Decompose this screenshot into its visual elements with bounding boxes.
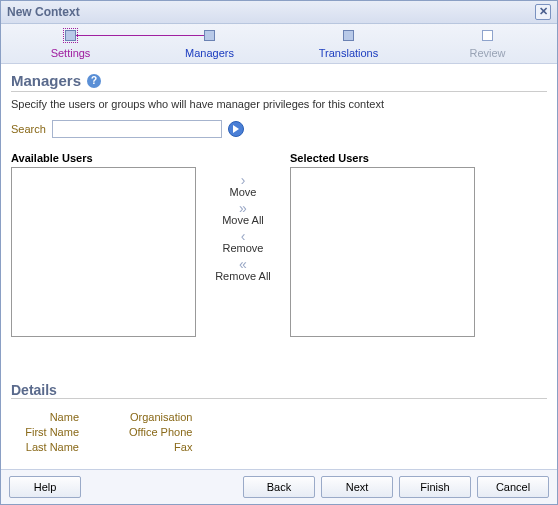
close-icon[interactable]: ✕ [535,4,551,20]
page-title: Managers [11,72,81,89]
content: Managers ? Specify the users or groups w… [1,64,557,469]
divider [11,398,547,399]
detail-fax-label: Fax [129,441,192,453]
step-icon [204,30,215,41]
spacer [87,476,237,498]
step-connector [68,35,213,36]
detail-firstname-label: First Name [17,426,79,438]
page-title-row: Managers ? [11,72,547,89]
remove-all-button[interactable]: « Remove All [215,258,271,282]
play-icon [232,125,240,133]
help-button[interactable]: Help [9,476,81,498]
step-icon [343,30,354,41]
move-all-button[interactable]: » Move All [222,202,264,226]
step-label: Settings [1,47,140,59]
search-row: Search [11,120,547,138]
available-users-list[interactable] [11,167,196,337]
chevron-right-icon: › [241,174,246,186]
back-button[interactable]: Back [243,476,315,498]
page-description: Specify the users or groups who will hav… [11,98,547,110]
selected-column: Selected Users [290,152,475,337]
details-grid: Name First Name Last Name Organisation O… [11,405,547,461]
chevron-left-icon: ‹ [241,230,246,242]
move-button[interactable]: › Move [230,174,257,198]
user-picker: Available Users › Move » Move All ‹ Remo… [11,152,547,337]
divider [11,91,547,92]
help-icon[interactable]: ? [87,74,101,88]
step-icon [65,30,76,41]
search-label: Search [11,123,46,135]
dialog-title: New Context [7,5,80,19]
remove-button[interactable]: ‹ Remove [223,230,264,254]
detail-org-label: Organisation [129,411,192,423]
double-chevron-right-icon: » [239,202,247,214]
svg-marker-0 [233,125,239,133]
shuttle-controls: › Move » Move All ‹ Remove « Remove All [204,152,282,282]
step-label: Managers [140,47,279,59]
finish-button[interactable]: Finish [399,476,471,498]
details-left-col: Name First Name Last Name [17,411,79,453]
titlebar: New Context ✕ [1,1,557,24]
next-button[interactable]: Next [321,476,393,498]
cancel-button[interactable]: Cancel [477,476,549,498]
footer: Help Back Next Finish Cancel [1,469,557,504]
step-review: Review [418,30,557,59]
search-input[interactable] [52,120,222,138]
selected-users-list[interactable] [290,167,475,337]
details-right-col: Organisation Office Phone Fax [129,411,192,453]
step-label: Review [418,47,557,59]
move-label: Move [230,186,257,198]
wizard-steps: Settings Managers Translations Review [1,24,557,64]
detail-phone-label: Office Phone [129,426,192,438]
move-all-label: Move All [222,214,264,226]
remove-label: Remove [223,242,264,254]
step-label: Translations [279,47,418,59]
detail-lastname-label: Last Name [17,441,79,453]
step-icon [482,30,493,41]
dialog: New Context ✕ Settings Managers Translat… [0,0,558,505]
search-go-button[interactable] [228,121,244,137]
detail-name-label: Name [17,411,79,423]
selected-label: Selected Users [290,152,475,164]
remove-all-label: Remove All [215,270,271,282]
available-column: Available Users [11,152,196,337]
details-title: Details [11,382,547,398]
available-label: Available Users [11,152,196,164]
step-translations[interactable]: Translations [279,30,418,59]
double-chevron-left-icon: « [239,258,247,270]
